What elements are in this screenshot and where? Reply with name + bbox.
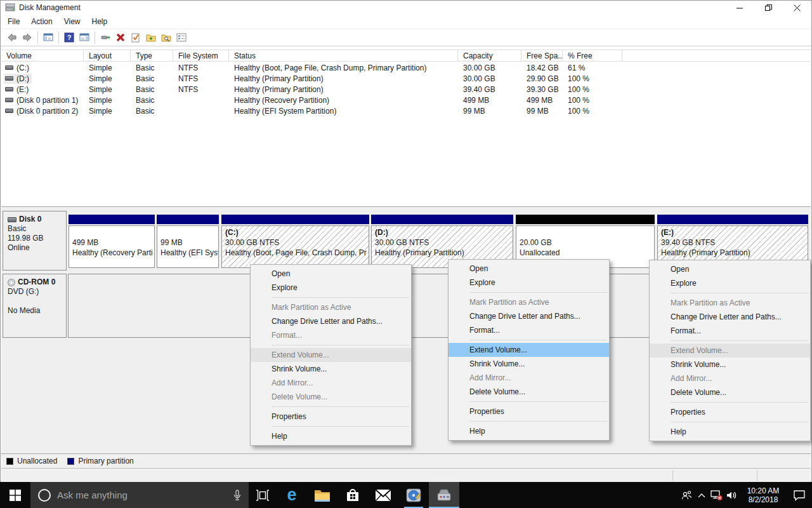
volume-label-wrap: (Disk 0 partition 1) — [4, 95, 81, 105]
column-header-free[interactable]: % Free — [563, 50, 622, 61]
menu-item-shrink-volume[interactable]: Shrink Volume... — [251, 362, 411, 376]
menu-item-explore[interactable]: Explore — [449, 276, 609, 290]
tasks-button[interactable] — [174, 30, 189, 45]
menu-item-delete-volume[interactable]: Delete Volume... — [449, 385, 609, 399]
volume-name: (E:) — [16, 85, 29, 94]
taskbar-app-store[interactable] — [337, 482, 368, 508]
menu-item-open[interactable]: Open — [650, 262, 810, 276]
menu-item-explore[interactable]: Explore — [650, 276, 810, 290]
column-header-status[interactable]: Status — [229, 50, 458, 61]
menu-item-change-drive-letter-and-paths[interactable]: Change Drive Letter and Paths... — [650, 310, 810, 324]
menu-item-shrink-volume[interactable]: Shrink Volume... — [650, 358, 810, 371]
menu-item-properties[interactable]: Properties — [449, 404, 609, 418]
segment-healthy-efi-syst[interactable]: 99 MBHealthy (EFI Syst — [157, 215, 219, 268]
cell-free-spa: 39.30 GB — [521, 85, 563, 94]
menu-file[interactable]: File — [2, 15, 25, 28]
wizard-button[interactable] — [98, 30, 113, 45]
delete-button[interactable] — [113, 30, 128, 45]
menu-item-help[interactable]: Help — [449, 424, 609, 438]
table-row[interactable]: (E:)SimpleBasicNTFSHealthy (Primary Part… — [1, 84, 811, 95]
delete-icon — [115, 32, 126, 43]
column-header-type[interactable]: Type — [131, 50, 173, 61]
window-title: Disk Management — [19, 3, 81, 12]
menu-view[interactable]: View — [58, 15, 86, 28]
menu-item-change-drive-letter-and-paths[interactable]: Change Drive Letter and Paths... — [251, 314, 411, 328]
explore-button[interactable] — [159, 30, 174, 45]
column-header-free-spa[interactable]: Free Spa... — [521, 50, 563, 61]
task-view-button[interactable] — [249, 482, 277, 508]
people-button[interactable] — [679, 482, 694, 508]
task-view-icon — [256, 490, 270, 501]
partition-size: 30.00 GB NTFS — [375, 237, 513, 248]
chevron-up-icon — [697, 492, 706, 498]
partition-size: 39.40 GB NTFS — [661, 237, 808, 248]
clock[interactable]: 10:20 AM 8/2/2018 — [740, 486, 787, 504]
cell-status: Healthy (Primary Partition) — [229, 85, 458, 94]
menu-action[interactable]: Action — [25, 15, 58, 28]
table-row[interactable]: (Disk 0 partition 2)SimpleBasicHealthy (… — [1, 105, 811, 116]
microphone-icon[interactable] — [232, 490, 242, 501]
table-row[interactable]: (D:)SimpleBasicNTFSHealthy (Primary Part… — [1, 73, 811, 84]
partition-box[interactable]: 99 MBHealthy (EFI Syst — [157, 225, 219, 268]
cell-file-system: NTFS — [173, 85, 229, 94]
toolbar-separator — [37, 31, 38, 44]
taskbar-app-edge[interactable]: e — [277, 482, 307, 508]
help-button[interactable]: ? — [62, 30, 77, 45]
menu-item-shrink-volume[interactable]: Shrink Volume... — [449, 357, 609, 371]
table-row[interactable]: (C:)SimpleBasicNTFSHealthy (Boot, Page F… — [1, 62, 811, 73]
disk0-size: 119.98 GB — [8, 234, 65, 243]
close-button[interactable] — [783, 1, 811, 15]
cell-free-spa: 99 MB — [521, 107, 563, 116]
cdrom-panel[interactable]: CD-ROM 0 DVD (G:) No Media — [3, 274, 67, 338]
menu-item-delete-volume[interactable]: Delete Volume... — [650, 385, 810, 399]
network-error-icon — [710, 490, 723, 501]
disk0-panel[interactable]: Disk 0 Basic 119.98 GB Online — [3, 211, 67, 271]
menu-item-open[interactable]: Open — [251, 267, 411, 281]
search-input[interactable] — [57, 490, 226, 500]
action-pane-button[interactable] — [77, 30, 92, 45]
taskbar-app-disk-management[interactable] — [429, 482, 459, 508]
menu-item-help[interactable]: Help — [251, 429, 411, 443]
minimize-button[interactable] — [726, 1, 754, 15]
menu-help[interactable]: Help — [86, 15, 114, 28]
action-center-button[interactable] — [787, 482, 812, 508]
console-tree-button[interactable] — [41, 30, 56, 45]
cortana-search-box[interactable] — [30, 482, 249, 508]
network-button[interactable] — [709, 482, 724, 508]
menu-item-help[interactable]: Help — [650, 425, 810, 439]
column-header-file-system[interactable]: File System — [173, 50, 229, 61]
column-header-volume[interactable]: Volume — [1, 50, 84, 61]
mark-active-button[interactable] — [128, 30, 143, 45]
segment-healthy-recovery-parti[interactable]: 499 MBHealthy (Recovery Parti — [69, 215, 155, 268]
menu-item-explore[interactable]: Explore — [251, 281, 411, 295]
menu-item-open[interactable]: Open — [449, 262, 609, 276]
forward-button[interactable] — [20, 30, 35, 45]
cell-capacity: 499 MB — [458, 96, 521, 105]
partition-color-band — [221, 215, 369, 224]
restore-button[interactable] — [754, 1, 783, 15]
menu-item-properties[interactable]: Properties — [650, 405, 810, 419]
table-row[interactable]: (Disk 0 partition 1)SimpleBasicHealthy (… — [1, 95, 811, 105]
back-button[interactable] — [4, 30, 20, 45]
tray-overflow-button[interactable] — [694, 482, 709, 508]
taskbar-app-disk-tool[interactable] — [398, 482, 429, 508]
menu-item-change-drive-letter-and-paths[interactable]: Change Drive Letter and Paths... — [449, 309, 609, 323]
start-button[interactable] — [0, 482, 30, 508]
taskbar-app-file-explorer[interactable] — [307, 482, 337, 508]
partition-box[interactable]: (C:)30.00 GB NTFSHealthy (Boot, Page Fil… — [221, 225, 369, 268]
segment-c[interactable]: (C:)30.00 GB NTFSHealthy (Boot, Page Fil… — [221, 215, 369, 268]
partition-box[interactable]: 499 MBHealthy (Recovery Parti — [69, 225, 155, 268]
legend-item-unallocated: Unallocated — [6, 457, 57, 465]
taskbar-app-mail[interactable] — [368, 482, 398, 508]
open-button[interactable] — [143, 30, 159, 45]
menu-item-format[interactable]: Format... — [650, 324, 810, 338]
menu-item-properties[interactable]: Properties — [251, 410, 411, 424]
menu-item-extend-volume[interactable]: Extend Volume... — [449, 343, 609, 357]
column-header-capacity[interactable]: Capacity — [458, 50, 521, 61]
column-header-layout[interactable]: Layout — [84, 50, 131, 61]
menu-item-mark-partition-as-active: Mark Partition as Active — [650, 296, 810, 310]
menu-item-format[interactable]: Format... — [449, 323, 609, 337]
volume-button[interactable] — [724, 482, 740, 508]
console-tree-icon — [43, 32, 53, 43]
taskbar: e 10:20 AM 8/2/2018 — [0, 482, 812, 508]
